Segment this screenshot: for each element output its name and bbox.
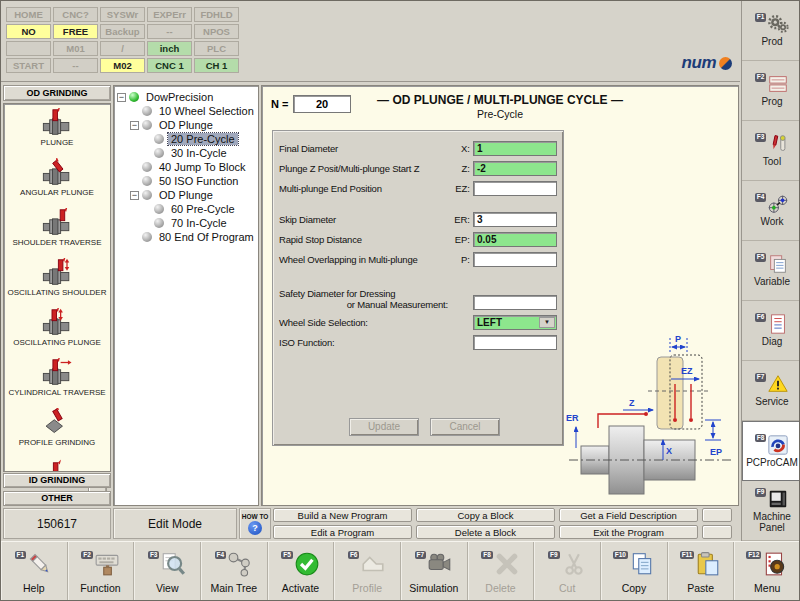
tree-node-40-jump-to-block[interactable]: 40 Jump To Block bbox=[114, 160, 258, 174]
dropdown-arrow-icon[interactable]: ▼ bbox=[539, 317, 555, 328]
tree-node-20-pre-cycle[interactable]: 20 Pre-Cycle bbox=[114, 132, 258, 146]
paste-clipboard-icon bbox=[695, 551, 721, 577]
toolbar-item-label: Simulation bbox=[409, 582, 458, 594]
op-item-profile-grinding[interactable]: PROFILE GRINDING bbox=[4, 408, 110, 458]
program-button-exit-the-program[interactable]: Exit the Program bbox=[559, 525, 698, 539]
sidebar-item-prod[interactable]: F1Prod bbox=[742, 1, 800, 61]
toolbar-help-button[interactable]: F1Help bbox=[1, 542, 68, 601]
field-input-plunge-z-posit-multi-plunge-start-z[interactable]: -2 bbox=[473, 161, 557, 176]
status-cell-inch[interactable]: inch bbox=[147, 41, 192, 56]
status-cell-free[interactable]: FREE bbox=[53, 24, 98, 39]
form-row-iso-function: ISO Function: bbox=[279, 332, 557, 352]
toolbar-view-button[interactable]: F3View bbox=[134, 542, 201, 601]
tree-node-label: 50 ISO Function bbox=[156, 175, 242, 187]
sidebar-item-machine-panel[interactable]: F9Machine Panel bbox=[742, 481, 800, 541]
status-cell-syswr[interactable]: SYSWr bbox=[100, 7, 145, 22]
op-item-cylindrical-traverse[interactable]: CYLINDRICAL TRAVERSE bbox=[4, 358, 110, 408]
sidebar-item-tool[interactable]: F3Tool bbox=[742, 121, 800, 181]
sidebar-item-prog[interactable]: F2Prog bbox=[742, 61, 800, 121]
gears-icon bbox=[767, 13, 789, 35]
op-item-plunge[interactable]: PLUNGE bbox=[4, 108, 110, 158]
field-input-iso-function[interactable] bbox=[473, 335, 557, 350]
status-cell-cnc-1[interactable]: CNC 1 bbox=[147, 58, 192, 73]
program-button-edit-a-program[interactable]: Edit a Program bbox=[273, 525, 412, 539]
tree-node-30-in-cycle[interactable]: 30 In-Cycle bbox=[114, 146, 258, 160]
sidebar-item-label: Tool bbox=[763, 157, 781, 168]
program-button-blank[interactable] bbox=[702, 508, 732, 522]
status-cell-npos[interactable]: NPOS bbox=[194, 24, 239, 39]
program-button-copy-a-block[interactable]: Copy a Block bbox=[416, 508, 555, 522]
update-button[interactable]: Update bbox=[349, 418, 419, 436]
sidebar-item-pcprocam[interactable]: F8PCProCAM bbox=[742, 421, 800, 481]
cancel-button[interactable]: Cancel bbox=[430, 418, 500, 436]
op-item-angular-plunge[interactable]: ANGULAR PLUNGE bbox=[4, 158, 110, 208]
field-input-rapid-stop-distance[interactable]: 0.05 bbox=[473, 232, 557, 247]
toolbar-paste-button[interactable]: F11Paste bbox=[668, 542, 735, 601]
tree-node-od-plunge[interactable]: −OD Plunge bbox=[114, 118, 258, 132]
op-item-shoulder-traverse[interactable]: SHOULDER TRAVERSE bbox=[4, 208, 110, 258]
toolbar-item-iconrow: F8 bbox=[481, 551, 520, 579]
main-tree-icon bbox=[227, 551, 253, 577]
howto-help-icon[interactable]: ? bbox=[248, 521, 262, 535]
status-cell-start[interactable]: START bbox=[6, 58, 51, 73]
op-item-oscillating-plunge[interactable]: OSCILLATING PLUNGE bbox=[4, 308, 110, 358]
toolbar-item-iconrow: F9 bbox=[548, 551, 587, 579]
toolbar-copy-button[interactable]: F10Copy bbox=[601, 542, 668, 601]
status-cell-no[interactable]: NO bbox=[6, 24, 51, 39]
status-cell-blank[interactable] bbox=[6, 41, 51, 56]
field-input-safety-diameter-for-dressing[interactable] bbox=[473, 295, 557, 310]
tree-node-dowprecision[interactable]: −DowPrecision bbox=[114, 90, 258, 104]
program-button-delete-a-block[interactable]: Delete a Block bbox=[416, 525, 555, 539]
tree-node-80-end-of-program[interactable]: 80 End Of Program bbox=[114, 230, 258, 244]
field-input-multi-plunge-end-position[interactable] bbox=[473, 181, 557, 196]
tree-node-50-iso-function[interactable]: 50 ISO Function bbox=[114, 174, 258, 188]
other-button[interactable]: OTHER bbox=[3, 491, 111, 506]
sidebar-item-service[interactable]: F7Service bbox=[742, 361, 800, 421]
field-input-wheel-side-selection[interactable]: LEFT▼ bbox=[473, 315, 557, 330]
status-cell-blank[interactable]: -- bbox=[53, 58, 98, 73]
status-cell-m02[interactable]: M02 bbox=[100, 58, 145, 73]
status-cell-ch-1[interactable]: CH 1 bbox=[194, 58, 239, 73]
toolbar-activate-button[interactable]: F5Activate bbox=[268, 542, 335, 601]
toolbar-simulation-button[interactable]: F7Simulation bbox=[401, 542, 468, 601]
sidebar-item-diag[interactable]: F6Diag bbox=[742, 301, 800, 361]
status-cell-home[interactable]: HOME bbox=[6, 7, 51, 22]
toolbar-menu-button[interactable]: F12Menu bbox=[734, 542, 800, 601]
toolbar-item-label: Function bbox=[80, 582, 120, 594]
op-item-partial[interactable] bbox=[4, 458, 110, 472]
od-grinding-header[interactable]: OD GRINDING bbox=[3, 85, 111, 101]
tree-collapse-icon[interactable]: − bbox=[117, 93, 126, 102]
status-cell-backup[interactable]: Backup bbox=[100, 24, 145, 39]
status-cell-fdhld[interactable]: FDHLD bbox=[194, 7, 239, 22]
n-input[interactable]: 20 bbox=[293, 95, 351, 113]
tree-node-60-pre-cycle[interactable]: 60 Pre-Cycle bbox=[114, 202, 258, 216]
tree-collapse-icon[interactable]: − bbox=[130, 191, 139, 200]
tree-node-od-plunge[interactable]: −OD Plunge bbox=[114, 188, 258, 202]
program-button-get-a-field-description[interactable]: Get a Field Description bbox=[559, 508, 698, 522]
status-cell-experr[interactable]: EXPErr bbox=[147, 7, 192, 22]
toolbar-function-button[interactable]: F2Function bbox=[68, 542, 135, 601]
id-grinding-button[interactable]: ID GRINDING bbox=[3, 473, 111, 488]
status-cell-cnc[interactable]: CNC? bbox=[53, 7, 98, 22]
program-button-build-a-new-program[interactable]: Build a New Program bbox=[273, 508, 412, 522]
tree-node-10-wheel-selection[interactable]: 10 Wheel Selection bbox=[114, 104, 258, 118]
status-cell-plc[interactable]: PLC bbox=[194, 41, 239, 56]
sidebar-item-label: Diag bbox=[762, 337, 783, 348]
status-cell-blank[interactable]: -- bbox=[147, 24, 192, 39]
op-item-oscillating-shoulder[interactable]: OSCILLATING SHOULDER bbox=[4, 258, 110, 308]
fkey-badge: F11 bbox=[680, 551, 695, 560]
toolbar-main-tree-button[interactable]: F4Main Tree bbox=[201, 542, 268, 601]
tree-collapse-icon[interactable]: − bbox=[130, 121, 139, 130]
sidebar-item-variable[interactable]: F5Variable bbox=[742, 241, 800, 301]
field-label: ISO Function: bbox=[279, 337, 450, 348]
status-cell-m01[interactable]: M01 bbox=[53, 41, 98, 56]
status-cell-blank[interactable]: / bbox=[100, 41, 145, 56]
field-input-skip-diameter[interactable]: 3 bbox=[473, 212, 557, 227]
field-input-final-diameter[interactable]: 1 bbox=[473, 141, 557, 156]
tree-node-70-in-cycle[interactable]: 70 In-Cycle bbox=[114, 216, 258, 230]
tools-icon bbox=[767, 133, 789, 155]
sidebar-item-work[interactable]: F4Work bbox=[742, 181, 800, 241]
field-input-wheel-overlapping-in-multi-plunge[interactable] bbox=[473, 252, 557, 267]
n-label: N = bbox=[271, 98, 288, 110]
program-button-blank[interactable] bbox=[702, 525, 732, 539]
